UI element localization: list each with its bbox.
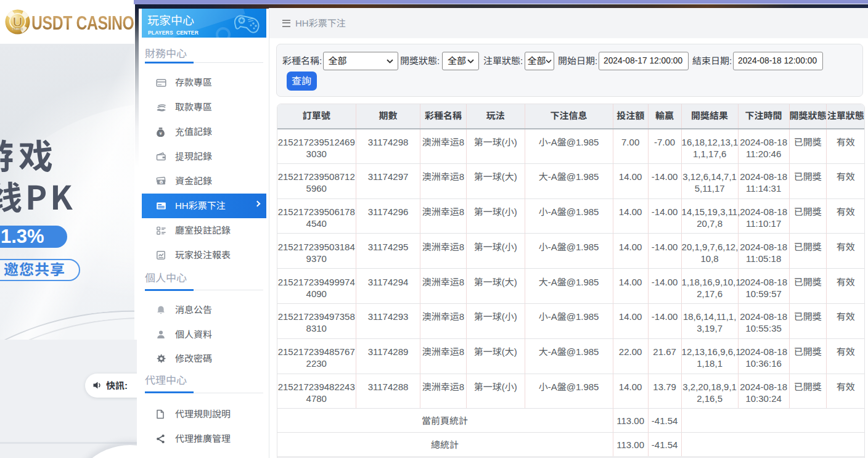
svg-text:CASINO: CASINO (12, 28, 23, 31)
